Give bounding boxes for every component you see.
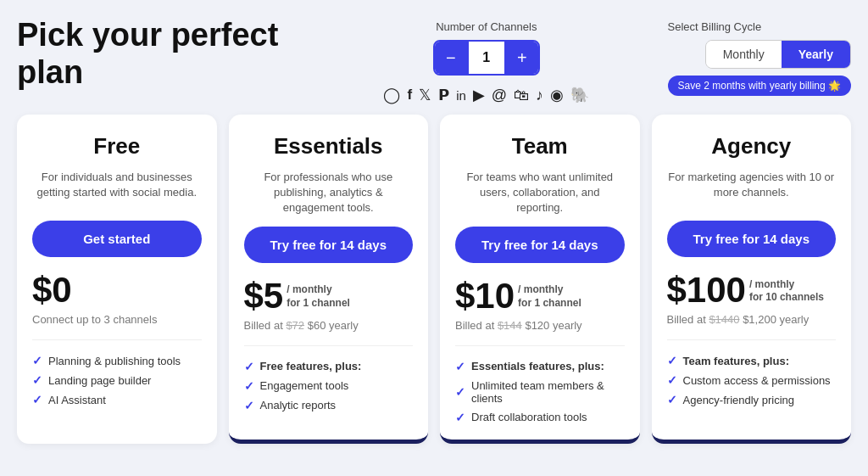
page-title: Pick your perfect plan: [17, 17, 305, 91]
plan-name: Essentials: [244, 133, 414, 160]
feature-text: Planning & publishing tools: [48, 355, 181, 367]
feature-item: ✓ Custom access & permissions: [667, 373, 837, 387]
feature-item: ✓ Engagement tools: [244, 379, 414, 393]
linkedin-icon: in: [456, 88, 466, 103]
plan-card-agency: Agency For marketing agencies with 10 or…: [652, 115, 852, 444]
divider: [32, 339, 202, 340]
facebook-icon: f: [407, 87, 412, 104]
price-billed: Billed at $1440 $1,200 yearly: [667, 313, 837, 326]
price-billed: Billed at $144 $120 yearly: [455, 319, 625, 332]
feature-item: ✓ Unlimited team members & clients: [455, 379, 625, 405]
feature-item: ✓ Landing page builder: [32, 373, 202, 387]
youtube-icon: ▶: [473, 86, 485, 104]
plan-cta-button[interactable]: Try free for 14 days: [455, 227, 625, 263]
price-section: $10 / monthlyfor 1 channel: [455, 278, 625, 314]
features-list: ✓ Essentials features, plus: ✓ Unlimited…: [455, 360, 625, 424]
billing-section: Select Billing Cycle Monthly Yearly Save…: [668, 20, 851, 96]
features-list: ✓ Team features, plus: ✓ Custom access &…: [667, 354, 837, 406]
feature-text: Team features, plus:: [683, 355, 789, 367]
feature-item: ✓ Agency-friendly pricing: [667, 393, 837, 406]
price-billed: Billed at $72 $60 yearly: [244, 319, 414, 332]
plan-name: Team: [455, 133, 625, 160]
price-amount: $0: [32, 272, 72, 308]
feature-item: ✓ Team features, plus:: [667, 354, 837, 367]
check-icon: ✓: [32, 393, 42, 406]
feature-text: Custom access & permissions: [683, 374, 831, 387]
social-icons-row: ◯ f 𝕏 𝗣 in ▶ @ 🛍 ♪ ◉ 🐘: [383, 86, 589, 104]
plan-desc: For marketing agencies with 10 or more c…: [667, 170, 837, 210]
features-list: ✓ Planning & publishing tools ✓ Landing …: [32, 354, 202, 406]
plan-desc: For teams who want unlimited users, coll…: [455, 170, 625, 216]
check-icon: ✓: [455, 411, 465, 424]
pinterest-icon: 𝗣: [438, 86, 449, 104]
feature-item: ✓ Planning & publishing tools: [32, 354, 202, 367]
channel-stepper: − 1 +: [433, 40, 540, 76]
channel-controls: Number of Channels − 1 + ◯ f 𝕏 𝗣 in ▶ @ …: [383, 20, 589, 104]
price-section: $5 / monthlyfor 1 channel: [244, 278, 414, 314]
check-icon: ✓: [455, 360, 465, 373]
feature-item: ✓ AI Assistant: [32, 393, 202, 406]
plan-cta-button[interactable]: Try free for 14 days: [244, 227, 414, 263]
plans-grid: Free For individuals and businesses gett…: [17, 115, 851, 444]
feature-text: Agency-friendly pricing: [683, 394, 795, 406]
plan-cta-button[interactable]: Get started: [32, 221, 202, 257]
save-badge: Save 2 months with yearly billing 🌟: [668, 76, 851, 96]
channels-label: Number of Channels: [436, 20, 537, 33]
billing-label: Select Billing Cycle: [668, 20, 762, 33]
price-section: $100 / monthlyfor 10 channels: [667, 272, 837, 308]
increment-button[interactable]: +: [506, 42, 538, 74]
tiktok-icon: ♪: [536, 87, 543, 104]
plan-cta-button[interactable]: Try free for 14 days: [667, 221, 837, 257]
features-list: ✓ Free features, plus: ✓ Engagement tool…: [244, 360, 414, 412]
feature-item: ✓ Analytic reports: [244, 399, 414, 412]
feature-item: ✓ Free features, plus:: [244, 360, 414, 373]
price-amount: $5: [244, 278, 284, 314]
check-icon: ✓: [667, 354, 677, 367]
mastodon-icon: 🐘: [570, 86, 589, 104]
feature-text: Essentials features, plus:: [471, 360, 604, 372]
shopify-icon: 🛍: [514, 87, 529, 104]
check-icon: ✓: [244, 379, 254, 393]
feature-item: ✓ Draft collaboration tools: [455, 411, 625, 424]
plan-card-team: Team For teams who want unlimited users,…: [440, 115, 640, 444]
feature-text: Analytic reports: [260, 399, 337, 412]
threads-icon: @: [492, 87, 507, 104]
feature-text: Unlimited team members & clients: [471, 379, 625, 405]
yearly-button[interactable]: Yearly: [782, 41, 850, 68]
plan-desc: For professionals who use publishing, an…: [244, 170, 414, 216]
price-sub: Connect up to 3 channels: [32, 313, 202, 326]
divider: [244, 345, 414, 346]
feature-text: AI Assistant: [48, 394, 106, 406]
channel-value: 1: [467, 42, 506, 74]
check-icon: ✓: [667, 373, 677, 387]
divider: [455, 345, 625, 346]
plan-name: Agency: [667, 133, 837, 160]
price-section: $0: [32, 272, 202, 308]
check-icon: ✓: [32, 373, 42, 387]
twitter-icon: 𝕏: [419, 86, 431, 104]
billing-toggle: Monthly Yearly: [705, 40, 851, 69]
decrement-button[interactable]: −: [435, 42, 467, 74]
plan-card-essentials: Essentials For professionals who use pub…: [229, 115, 429, 444]
feature-text: Draft collaboration tools: [471, 411, 587, 423]
divider: [667, 339, 837, 340]
price-amount: $100: [667, 272, 746, 308]
check-icon: ✓: [244, 399, 254, 412]
check-icon: ✓: [455, 385, 465, 399]
price-amount: $10: [455, 278, 515, 314]
plan-desc: For individuals and businesses getting s…: [32, 170, 202, 210]
buffer-icon: ◉: [550, 86, 564, 104]
feature-text: Free features, plus:: [260, 360, 362, 372]
plan-card-free: Free For individuals and businesses gett…: [17, 115, 217, 444]
instagram-icon: ◯: [383, 86, 400, 104]
check-icon: ✓: [244, 360, 254, 373]
monthly-button[interactable]: Monthly: [706, 41, 782, 68]
plan-name: Free: [32, 133, 202, 160]
check-icon: ✓: [32, 354, 42, 367]
feature-text: Landing page builder: [48, 374, 151, 387]
feature-text: Engagement tools: [260, 379, 349, 392]
feature-item: ✓ Essentials features, plus:: [455, 360, 625, 373]
check-icon: ✓: [667, 393, 677, 406]
